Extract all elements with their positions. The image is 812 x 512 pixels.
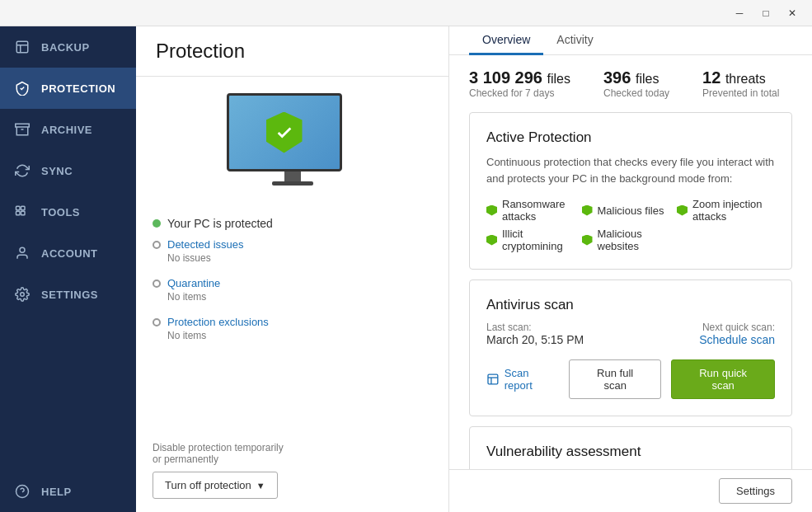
- protection-icon: [13, 79, 31, 97]
- next-scan-info: Next quick scan: Schedule scan: [699, 322, 775, 346]
- scan-report-link[interactable]: Scan report: [486, 367, 559, 392]
- antivirus-title: Antivirus scan: [486, 297, 775, 313]
- shield-icon: [582, 235, 593, 246]
- monitor-section: [136, 77, 448, 209]
- sidebar: BACKUP PROTECTION ARCHIVE: [0, 26, 136, 512]
- scan-actions: Scan report Run full scan Run quick scan: [486, 359, 775, 399]
- settings-button[interactable]: Settings: [719, 478, 792, 504]
- scan-report-label: Scan report: [505, 367, 559, 392]
- main-content: Overview Activity 3 109 296 files Checke…: [449, 26, 812, 512]
- title-bar: ─ □ ✕: [0, 0, 812, 26]
- shield-icon: [582, 205, 593, 216]
- exclusions-sub: No items: [167, 330, 432, 341]
- tab-activity[interactable]: Activity: [543, 26, 606, 55]
- svg-point-8: [21, 293, 25, 297]
- stats-bar: 3 109 296 files Checked for 7 days 396 f…: [449, 55, 812, 112]
- stat-sub-7days: Checked for 7 days: [469, 87, 570, 99]
- sidebar-item-backup[interactable]: BACKUP: [0, 26, 136, 68]
- sidebar-item-sync[interactable]: SYNC: [0, 150, 136, 191]
- active-protection-desc: Continuous protection that checks every …: [486, 154, 775, 186]
- last-scan-label: Last scan:: [486, 322, 584, 333]
- sidebar-label-backup: BACKUP: [41, 41, 90, 54]
- sidebar-bottom: HELP: [0, 471, 136, 512]
- last-scan-date: March 20, 5:15 PM: [486, 333, 584, 346]
- stat-sub-today: Checked today: [603, 87, 669, 99]
- status-text: Your PC is protected: [167, 217, 273, 230]
- active-protection-title: Active Protection: [486, 129, 775, 146]
- feature-zoom-injection-label: Zoom injection attacks: [692, 198, 772, 223]
- sidebar-item-protection[interactable]: PROTECTION: [0, 68, 136, 109]
- account-icon: [13, 244, 31, 262]
- feature-cryptomining-label: Illicit cryptomining: [502, 228, 582, 252]
- stat-files-7days: 3 109 296 files Checked for 7 days: [469, 68, 570, 99]
- detected-issues-link[interactable]: Detected issues: [167, 238, 244, 251]
- dot-icon: [153, 279, 161, 288]
- sidebar-item-help[interactable]: HELP: [0, 471, 136, 512]
- sidebar-item-settings[interactable]: SETTINGS: [0, 274, 136, 315]
- svg-rect-6: [21, 211, 26, 215]
- detected-issues-row: Detected issues: [153, 238, 432, 251]
- feature-malicious-websites-label: Malicious websites: [598, 228, 678, 252]
- settings-sidebar-icon: [13, 285, 31, 303]
- tabs: Overview Activity: [469, 26, 792, 54]
- shield-icon: [486, 205, 497, 216]
- svg-rect-1: [16, 124, 30, 127]
- exclusions-link[interactable]: Protection exclusions: [167, 316, 269, 328]
- turn-off-label: Turn off protection: [165, 479, 251, 491]
- sidebar-label-settings: SETTINGS: [41, 289, 98, 301]
- archive-icon: [13, 120, 31, 139]
- sidebar-label-sync: SYNC: [41, 165, 73, 177]
- svg-rect-4: [21, 206, 26, 210]
- run-full-scan-button[interactable]: Run full scan: [569, 359, 661, 399]
- left-panel: Protection Your PC i: [136, 26, 449, 512]
- disable-label: Disable protection temporarily or perman…: [153, 442, 432, 465]
- stat-sub-threats: Prevented in total: [702, 87, 779, 99]
- feature-malicious-files: Malicious files: [582, 198, 678, 223]
- svg-rect-5: [16, 211, 21, 215]
- sidebar-item-archive[interactable]: ARCHIVE: [0, 109, 136, 150]
- turn-off-protection-button[interactable]: Turn off protection ▼: [153, 472, 278, 499]
- scan-info: Last scan: March 20, 5:15 PM Next quick …: [486, 322, 775, 346]
- maximize-button[interactable]: □: [753, 0, 779, 26]
- monitor-base: [272, 181, 313, 186]
- last-scan-info: Last scan: March 20, 5:15 PM: [486, 322, 584, 346]
- stat-number-7days: 3 109 296 files: [469, 68, 570, 87]
- footer-bar: Settings: [449, 469, 812, 512]
- feature-ransomware-label: Ransomware attacks: [502, 198, 582, 223]
- monitor-image: [227, 93, 359, 192]
- stat-number-threats: 12 threats: [702, 68, 779, 87]
- backup-icon: [13, 38, 31, 56]
- protection-status: Your PC is protected: [153, 217, 273, 230]
- sidebar-label-help: HELP: [41, 486, 72, 498]
- feature-ransomware: Ransomware attacks: [486, 198, 582, 223]
- quarantine-row: Quarantine: [153, 277, 432, 289]
- app-container: BACKUP PROTECTION ARCHIVE: [0, 26, 812, 512]
- close-button[interactable]: ✕: [779, 0, 805, 26]
- run-quick-scan-button[interactable]: Run quick scan: [671, 359, 775, 399]
- quarantine-link[interactable]: Quarantine: [167, 277, 220, 289]
- tab-overview[interactable]: Overview: [469, 26, 543, 55]
- monitor-screen: [227, 93, 342, 171]
- feature-cryptomining: Illicit cryptomining: [486, 228, 582, 252]
- disable-section: Disable protection temporarily or perman…: [136, 429, 448, 512]
- stat-files-today: 396 files Checked today: [603, 68, 669, 99]
- antivirus-scan-card: Antivirus scan Last scan: March 20, 5:15…: [469, 279, 792, 416]
- svg-rect-0: [16, 41, 28, 53]
- shield-icon: [677, 205, 688, 216]
- schedule-scan-link[interactable]: Schedule scan: [699, 333, 775, 346]
- sync-icon: [13, 162, 31, 180]
- sidebar-item-tools[interactable]: TOOLS: [0, 191, 136, 233]
- svg-rect-11: [488, 374, 498, 384]
- content-area: Active Protection Continuous protection …: [449, 112, 812, 469]
- svg-rect-3: [16, 206, 21, 210]
- feature-list: Ransomware attacks Malicious files Zoom …: [486, 198, 775, 252]
- svg-point-7: [20, 247, 25, 252]
- minimize-button[interactable]: ─: [726, 0, 753, 26]
- stat-number-today: 396 files: [603, 68, 669, 87]
- chevron-down-icon: ▼: [256, 481, 265, 491]
- left-links: Detected issues No issues Quarantine No …: [136, 230, 448, 350]
- exclusions-row: Protection exclusions: [153, 316, 432, 328]
- status-dot: [153, 219, 161, 228]
- quarantine-sub: No items: [167, 291, 432, 303]
- sidebar-item-account[interactable]: ACCOUNT: [0, 233, 136, 274]
